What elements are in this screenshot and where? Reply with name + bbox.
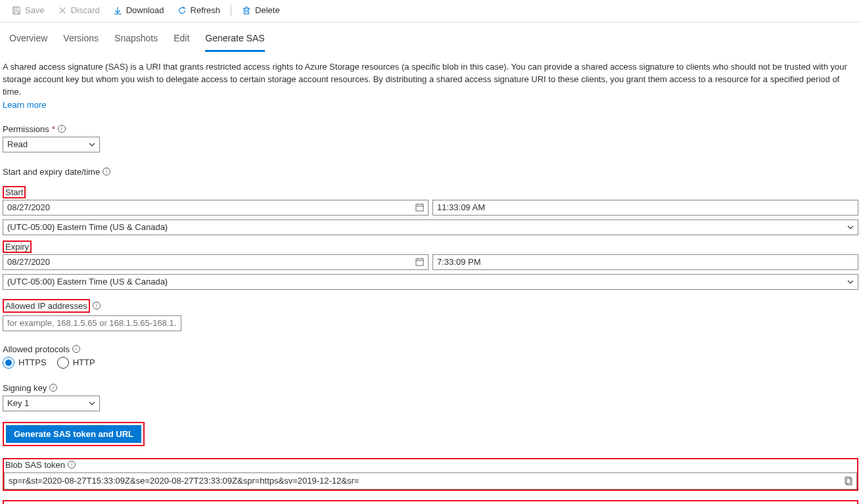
info-icon[interactable]: i <box>68 461 76 469</box>
permissions-field: Permissions * i Read <box>3 124 858 152</box>
svg-rect-2 <box>14 11 19 13</box>
expiry-time-value: 7:33:09 PM <box>437 257 481 267</box>
sas-url-label: Blob SAS URL <box>4 501 857 504</box>
svg-rect-16 <box>416 259 423 265</box>
start-time-input[interactable]: 11:33:09 AM <box>432 200 858 216</box>
info-icon[interactable]: i <box>103 168 110 175</box>
expiry-timezone-select[interactable]: (UTC-05:00) Eastern Time (US & Canada) <box>3 274 858 290</box>
expiry-date-input[interactable]: 08/27/2020 <box>3 254 429 270</box>
info-icon[interactable]: i <box>72 345 80 353</box>
chevron-down-icon <box>847 279 854 285</box>
save-button[interactable]: Save <box>5 3 51 18</box>
signing-key-value: Key 1 <box>7 398 29 408</box>
svg-rect-12 <box>416 204 423 211</box>
expiry-date-value: 08/27/2020 <box>7 257 50 267</box>
content: A shared access signature (SAS) is a URI… <box>0 52 861 504</box>
download-label: Download <box>126 5 164 15</box>
allowed-ip-field: Allowed IP addresses i <box>3 299 858 331</box>
info-icon[interactable]: i <box>93 302 101 309</box>
expiry-timezone-value: (UTC-05:00) Eastern Time (US & Canada) <box>7 277 168 286</box>
sas-token-label-row: Blob SAS token i <box>4 459 857 470</box>
tab-generate-sas[interactable]: Generate SAS <box>205 30 264 52</box>
svg-rect-1 <box>14 7 18 9</box>
info-icon[interactable]: i <box>49 384 57 392</box>
required-asterisk: * <box>52 124 55 134</box>
https-label: HTTPS <box>18 357 47 367</box>
download-icon <box>113 6 122 15</box>
start-time-value: 11:33:09 AM <box>437 202 485 212</box>
tabs: Overview Versions Snapshots Edit Generat… <box>0 22 861 52</box>
datetime-section: Start and expiry date/time i Start 08/27… <box>3 167 858 290</box>
delete-icon <box>242 6 251 15</box>
description-text: A shared access signature (SAS) is a URI… <box>3 61 858 99</box>
discard-label: Discard <box>71 5 100 15</box>
discard-icon <box>58 6 67 15</box>
info-icon[interactable]: i <box>58 125 66 133</box>
toolbar-separator <box>231 5 231 16</box>
protocols-radios: HTTPS HTTP <box>3 357 858 369</box>
delete-label: Delete <box>255 5 280 15</box>
sas-token-output[interactable]: sp=r&st=2020-08-27T15:33:09Z&se=2020-08-… <box>4 472 857 490</box>
tab-overview[interactable]: Overview <box>9 30 47 52</box>
copy-icon[interactable] <box>843 476 852 486</box>
sas-token-section: Blob SAS token i sp=r&st=2020-08-27T15:3… <box>3 458 858 491</box>
radio-circle-checked <box>3 357 14 369</box>
svg-rect-7 <box>244 8 249 14</box>
permissions-label: Permissions * i <box>3 124 858 134</box>
sas-token-value: sp=r&st=2020-08-27T15:33:09Z&se=2020-08-… <box>9 476 359 486</box>
tab-edit[interactable]: Edit <box>174 30 189 52</box>
chevron-down-icon <box>847 224 854 231</box>
radio-https[interactable]: HTTPS <box>3 357 47 369</box>
refresh-label: Refresh <box>191 5 221 15</box>
generate-button-highlight: Generate SAS token and URL <box>3 422 145 446</box>
allowed-ip-label-row: Allowed IP addresses i <box>3 299 858 313</box>
start-label: Start <box>3 186 26 198</box>
save-icon <box>12 6 21 15</box>
sas-token-label: Blob SAS token <box>5 460 65 470</box>
datetime-label: Start and expiry date/time i <box>3 167 858 177</box>
refresh-icon <box>177 6 187 15</box>
http-label: HTTP <box>73 357 95 367</box>
signing-key-field: Signing key i Key 1 <box>3 383 858 411</box>
start-date-input[interactable]: 08/27/2020 <box>3 200 429 216</box>
expiry-time-input[interactable]: 7:33:09 PM <box>432 254 858 270</box>
start-timezone-select[interactable]: (UTC-05:00) Eastern Time (US & Canada) <box>3 219 858 235</box>
calendar-icon <box>415 258 424 266</box>
generate-sas-button[interactable]: Generate SAS token and URL <box>6 425 141 443</box>
allowed-ip-label: Allowed IP addresses <box>3 299 90 313</box>
protocols-label: Allowed protocols i <box>3 344 858 354</box>
start-row: 08/27/2020 11:33:09 AM <box>3 200 858 216</box>
protocols-field: Allowed protocols i HTTPS HTTP <box>3 344 858 369</box>
radio-http[interactable]: HTTP <box>57 357 95 369</box>
allowed-ip-input[interactable] <box>3 315 181 331</box>
start-date-value: 08/27/2020 <box>7 202 50 212</box>
start-timezone-value: (UTC-05:00) Eastern Time (US & Canada) <box>7 222 168 232</box>
delete-button[interactable]: Delete <box>235 3 287 18</box>
radio-circle <box>57 357 69 369</box>
download-button[interactable]: Download <box>106 3 171 18</box>
learn-more-link[interactable]: Learn more <box>3 100 46 110</box>
permissions-select[interactable]: Read <box>3 137 100 152</box>
signing-key-label: Signing key i <box>3 383 858 393</box>
tab-snapshots[interactable]: Snapshots <box>114 30 158 52</box>
tab-versions[interactable]: Versions <box>63 30 99 52</box>
expiry-label: Expiry <box>3 241 32 253</box>
expiry-row: 08/27/2020 7:33:09 PM <box>3 254 858 270</box>
calendar-icon <box>415 203 424 212</box>
refresh-button[interactable]: Refresh <box>171 3 227 18</box>
chevron-down-icon <box>89 400 95 407</box>
sas-url-section: Blob SAS URL https://ro.core.windows.net… <box>3 500 858 504</box>
permissions-value: Read <box>7 139 28 149</box>
signing-key-select[interactable]: Key 1 <box>3 396 100 411</box>
save-label: Save <box>25 5 45 15</box>
discard-button[interactable]: Discard <box>51 3 106 18</box>
toolbar: Save Discard Download Refresh Delete <box>0 0 861 22</box>
chevron-down-icon <box>89 141 95 148</box>
